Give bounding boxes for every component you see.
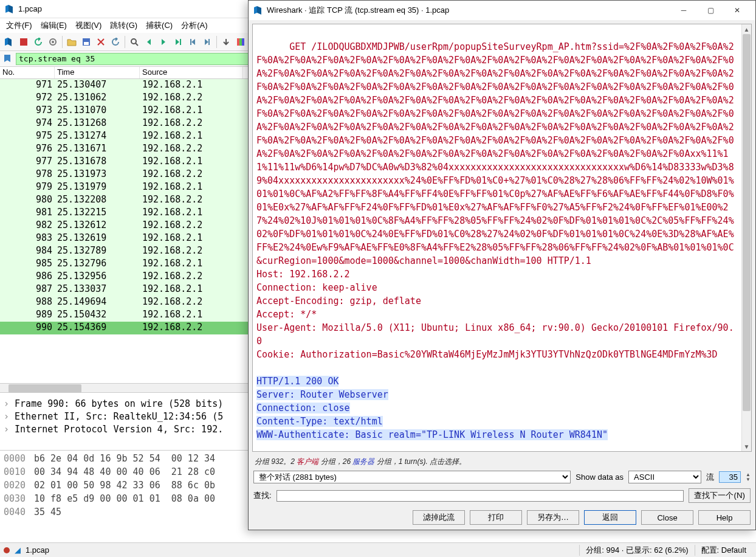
- scroll-up-icon[interactable]: ▲: [742, 24, 751, 34]
- cell-source: 192.168.2.2: [140, 245, 243, 258]
- cell-no: 979: [0, 181, 55, 194]
- print-button[interactable]: 打印: [470, 510, 522, 525]
- restart-capture-icon[interactable]: [32, 35, 45, 49]
- maximize-button[interactable]: ▢: [697, 2, 724, 19]
- column-header-source[interactable]: Source: [140, 67, 243, 78]
- menu-capture[interactable]: 捕获(C): [142, 19, 176, 32]
- go-last-icon[interactable]: [201, 35, 214, 49]
- menu-view[interactable]: 视图(V): [72, 19, 105, 32]
- open-file-icon[interactable]: [65, 35, 78, 49]
- cell-no: 987: [0, 283, 55, 296]
- minimize-button[interactable]: ─: [670, 2, 697, 19]
- cell-time: 25.133037: [55, 283, 140, 296]
- stream-stepper-icon[interactable]: ▲▼: [746, 472, 751, 482]
- wireshark-fin-icon: [5, 4, 15, 14]
- save-as-button[interactable]: 另存为…: [527, 510, 579, 525]
- close-file-icon[interactable]: [94, 35, 108, 49]
- cell-source: 192.168.2.1: [140, 105, 243, 117]
- svg-rect-7: [239, 38, 242, 46]
- column-header-no[interactable]: No.: [0, 67, 55, 78]
- cell-no: 973: [0, 105, 55, 117]
- cell-no: 971: [0, 79, 55, 92]
- stop-capture-icon[interactable]: [17, 35, 30, 49]
- conversation-select[interactable]: 整个对话 (2881 bytes): [253, 471, 571, 483]
- colorize-icon[interactable]: [234, 35, 247, 49]
- hex-offset: 0010: [4, 465, 34, 479]
- cell-no: 988: [0, 296, 55, 309]
- request-text[interactable]: GET /ILODQUGBDXMDJPWB/userRpm/popupSiteS…: [256, 41, 734, 360]
- menu-file[interactable]: 文件(F): [2, 19, 36, 32]
- cell-source: 192.168.2.1: [140, 130, 243, 143]
- cell-source: 192.168.2.1: [140, 309, 243, 322]
- dialog-controls-row1: 整个对话 (2881 bytes) Show data as ASCII 流 ▲…: [249, 468, 755, 486]
- menu-analyze[interactable]: 分析(A): [177, 19, 211, 32]
- filter-bookmark-icon[interactable]: [2, 54, 13, 64]
- cell-source: 192.168.2.1: [140, 232, 243, 245]
- cell-no: 986: [0, 271, 55, 283]
- cell-source: 192.168.2.2: [140, 271, 243, 283]
- close-button[interactable]: Close: [641, 510, 693, 525]
- expert-info-icon[interactable]: [4, 547, 10, 553]
- svg-rect-4: [84, 42, 89, 45]
- scrollbar-thumb[interactable]: [9, 384, 81, 393]
- stream-number-label: 流: [706, 472, 714, 483]
- cell-time: 25.150432: [55, 309, 140, 322]
- stream-number-input[interactable]: [719, 471, 741, 483]
- cell-time: 25.131070: [55, 105, 140, 117]
- cell-no: 974: [0, 117, 55, 130]
- scroll-down-icon[interactable]: ▼: [742, 441, 751, 451]
- column-header-time[interactable]: Time: [55, 67, 140, 78]
- stats-mid: 分组，26: [318, 457, 352, 466]
- find-input[interactable]: [277, 490, 684, 502]
- close-window-button[interactable]: ✕: [724, 2, 751, 19]
- cell-no: 980: [0, 194, 55, 207]
- go-back-icon[interactable]: [142, 35, 156, 49]
- back-button[interactable]: 返回: [584, 510, 636, 525]
- go-forward-icon[interactable]: [157, 35, 170, 49]
- toolbar-separator: [62, 36, 63, 48]
- dialog-button-row: 滤掉此流 打印 另存为… 返回 Close Help: [249, 505, 755, 530]
- cell-time: 25.131671: [55, 143, 140, 156]
- cell-time: 25.154369: [55, 322, 140, 334]
- go-to-packet-icon[interactable]: [171, 35, 185, 49]
- cell-time: 25.131268: [55, 117, 140, 130]
- stream-content-area[interactable]: GET /ILODQUGBDXMDJPWB/userRpm/popupSiteS…: [252, 24, 752, 452]
- cell-source: 192.168.2.1: [140, 156, 243, 168]
- cell-no: 984: [0, 245, 55, 258]
- cell-source: 192.168.2.2: [140, 143, 243, 156]
- reload-file-icon[interactable]: [109, 35, 122, 49]
- start-capture-icon[interactable]: [2, 35, 16, 49]
- help-button[interactable]: Help: [698, 510, 751, 525]
- cell-time: 25.132796: [55, 258, 140, 271]
- capture-options-icon[interactable]: [46, 35, 60, 49]
- stream-v-scrollbar[interactable]: ▲ ▼: [741, 24, 751, 451]
- save-file-icon[interactable]: [80, 35, 93, 49]
- stats-server: 服务器: [352, 457, 374, 466]
- hex-offset: 0040: [4, 505, 34, 519]
- follow-stream-dialog: Wireshark · 追踪 TCP 流 (tcp.stream eq 35) …: [248, 0, 756, 530]
- cell-time: 25.149694: [55, 296, 140, 309]
- scrollbar-thumb[interactable]: [743, 34, 751, 411]
- status-capture-icon[interactable]: ◢: [15, 545, 21, 555]
- go-first-icon[interactable]: [186, 35, 199, 49]
- stream-stats-label[interactable]: 分组 932。2 客户端 分组，26 服务器 分组，1 turn(s). 点击选…: [249, 455, 755, 468]
- svg-point-2: [52, 41, 54, 43]
- menu-go[interactable]: 跳转(G): [106, 19, 141, 32]
- dialog-titlebar[interactable]: Wireshark · 追踪 TCP 流 (tcp.stream eq 35) …: [249, 1, 755, 20]
- filter-out-stream-button[interactable]: 滤掉此流: [413, 510, 465, 525]
- show-data-as-select[interactable]: ASCII: [628, 471, 701, 483]
- cell-source: 192.168.2.2: [140, 194, 243, 207]
- find-packet-icon[interactable]: [128, 35, 141, 49]
- svg-rect-6: [237, 38, 239, 46]
- response-text[interactable]: HTTP/1.1 200 OK Server: Router Webserver…: [256, 376, 608, 440]
- menu-edit[interactable]: 编辑(E): [37, 19, 70, 32]
- cell-time: 25.132789: [55, 245, 140, 258]
- cell-time: 25.130407: [55, 79, 140, 92]
- cell-source: 192.168.2.2: [140, 168, 243, 181]
- cell-no: 990: [0, 322, 55, 334]
- find-next-button[interactable]: 查找下一个(N): [689, 488, 751, 503]
- status-profile[interactable]: 配置: Default: [695, 545, 752, 556]
- auto-scroll-icon[interactable]: [219, 35, 233, 49]
- cell-time: 25.132956: [55, 271, 140, 283]
- cell-source: 192.168.2.2: [140, 117, 243, 130]
